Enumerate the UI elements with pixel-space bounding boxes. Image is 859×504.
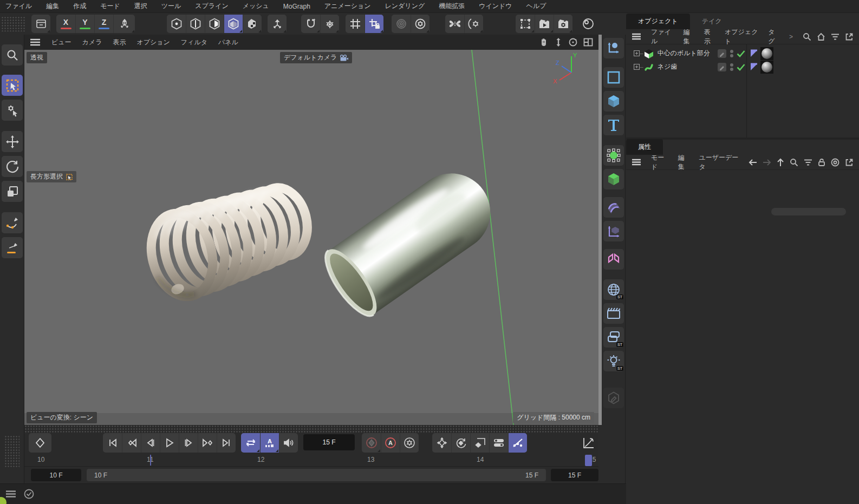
spring-object[interactable] [143, 182, 314, 303]
light-object-button[interactable]: ST [603, 351, 624, 371]
edit-toggle-icon[interactable] [717, 49, 727, 58]
rectangle-select-tool-button[interactable] [2, 75, 23, 96]
material-tag-thumbnail[interactable] [760, 47, 773, 60]
render-view-button[interactable] [535, 15, 554, 33]
points-mode-button[interactable] [167, 15, 186, 33]
autokey-selected-button[interactable]: A [260, 433, 279, 453]
render-region-button[interactable] [516, 15, 535, 33]
range-end-field[interactable]: 15 F [551, 469, 598, 481]
symmetry-object-button[interactable] [603, 249, 624, 270]
dolly-zoom-icon[interactable] [554, 37, 563, 47]
play-button[interactable] [160, 433, 179, 453]
vp-menu-filter[interactable]: フィルタ [181, 38, 207, 47]
keyframe-marker[interactable] [150, 455, 151, 466]
om-menu-view[interactable]: 表示 [704, 28, 715, 46]
menu-window[interactable]: ウインドウ [479, 2, 512, 11]
visibility-dots-icon[interactable] [730, 49, 734, 58]
orbit-icon[interactable] [568, 37, 578, 47]
menu-help[interactable]: ヘルプ [526, 2, 546, 11]
find-tool-button[interactable] [2, 44, 23, 66]
sketch-tool-button[interactable] [2, 237, 23, 258]
key-scale-button[interactable] [470, 433, 489, 453]
menu-mesh[interactable]: メッシュ [243, 2, 269, 11]
coordinate-system-button[interactable] [113, 15, 135, 33]
symmetry-button[interactable] [445, 15, 464, 33]
interaction-settings-button[interactable] [411, 15, 429, 33]
am-track-icon[interactable] [831, 158, 840, 167]
om-hamburger-icon[interactable] [632, 33, 641, 40]
projection-label[interactable]: 透視 [27, 52, 47, 63]
object-name[interactable]: ネジ歯 [658, 62, 678, 71]
lock-x-axis-button[interactable]: X [56, 15, 75, 33]
workplane-lock-button[interactable] [365, 15, 383, 33]
key-rotation-button[interactable] [451, 433, 470, 453]
stage-object-button[interactable] [603, 303, 624, 324]
range-start-field[interactable]: 10 F [31, 469, 81, 481]
am-filter-icon[interactable] [804, 159, 812, 166]
undo-box-button[interactable] [31, 15, 50, 33]
material-sphere-button[interactable] [578, 15, 597, 33]
expand-icon[interactable] [634, 64, 640, 70]
grid-button[interactable] [346, 15, 365, 33]
timeline-ruler[interactable]: 10 11 12 13 14 15 [24, 454, 598, 467]
rectangle-spline-button[interactable] [603, 67, 624, 88]
expand-icon[interactable] [634, 50, 640, 56]
key-parameter-button[interactable] [489, 433, 508, 453]
am-lock-icon[interactable] [818, 158, 825, 167]
texture-mode-button[interactable] [243, 15, 262, 33]
menu-select[interactable]: 選択 [134, 2, 147, 11]
am-search-icon[interactable] [790, 158, 798, 167]
scale-tool-button[interactable] [2, 181, 23, 202]
vp-menu-display[interactable]: 表示 [113, 38, 126, 47]
move-tool-button[interactable] [2, 131, 23, 152]
object-row-thread[interactable]: – ネジ歯 [626, 60, 859, 74]
vp-menu-panel[interactable]: パネル [218, 38, 238, 47]
timeline-separator[interactable] [24, 425, 598, 433]
menu-extensions[interactable]: 機能拡張 [439, 2, 465, 11]
fracture-cube-button[interactable] [603, 169, 624, 189]
om-menu-tags[interactable]: タグ [768, 28, 779, 46]
cube-primitive-button[interactable] [603, 91, 624, 112]
cylinder-object[interactable] [316, 158, 506, 323]
camera-selector[interactable]: デフォルトカメラ [280, 52, 352, 63]
edges-mode-button[interactable] [186, 15, 205, 33]
lock-z-axis-button[interactable]: Z [94, 15, 113, 33]
subdivision-surface-button[interactable] [603, 145, 624, 166]
phong-tag-icon[interactable] [750, 49, 758, 58]
snap-magnet-button[interactable] [301, 15, 320, 33]
om-search-icon[interactable] [803, 32, 811, 41]
tab-objects[interactable]: オブジェクト [626, 14, 690, 29]
tweak-tool-button[interactable] [2, 100, 23, 121]
om-filter-icon[interactable] [831, 33, 840, 41]
viewport-hamburger-icon[interactable] [30, 38, 41, 46]
om-menu-object[interactable]: オブジェクト [725, 28, 758, 46]
previous-frame-button[interactable] [141, 433, 160, 453]
text-object-button[interactable] [603, 115, 624, 135]
modeling-settings-button[interactable] [464, 15, 483, 33]
background-object-button[interactable]: ST [603, 327, 624, 348]
viewport-canvas[interactable]: Y X Z 透視 デフォルトカメラ 長方形選択 ビューの変換: シーン グリッド… [24, 50, 598, 425]
am-menu-mode[interactable]: モード [651, 153, 668, 172]
range-slider[interactable]: 10 F 15 F [87, 469, 546, 481]
instance-axis-button[interactable] [603, 221, 624, 241]
object-row-bolt[interactable]: – 中心のボルト部分 [626, 47, 859, 60]
rotate-tool-button[interactable] [2, 156, 23, 177]
om-menu-overflow[interactable]: > [789, 33, 793, 41]
menu-edit[interactable]: 編集 [46, 2, 59, 11]
interaction-disabled-button[interactable] [392, 15, 411, 33]
polygons-mode-button[interactable] [205, 15, 224, 33]
snap-settings-button[interactable] [320, 15, 339, 33]
pan-hand-icon[interactable] [539, 37, 549, 47]
record-keyframe-button[interactable] [29, 433, 51, 453]
autokey-button[interactable]: A [381, 433, 400, 453]
bend-deformer-button[interactable] [603, 197, 624, 218]
enable-axis-button[interactable] [268, 15, 287, 33]
model-mode-button[interactable] [224, 15, 243, 33]
goto-end-button[interactable] [217, 433, 236, 453]
am-external-icon[interactable] [845, 158, 854, 167]
playhead[interactable] [585, 455, 592, 466]
record-active-objects-button[interactable] [362, 433, 381, 453]
sky-object-button[interactable]: ST [603, 279, 624, 300]
am-menu-userdata[interactable]: ユーザーデータ [699, 153, 739, 172]
previous-key-button[interactable] [122, 433, 141, 453]
